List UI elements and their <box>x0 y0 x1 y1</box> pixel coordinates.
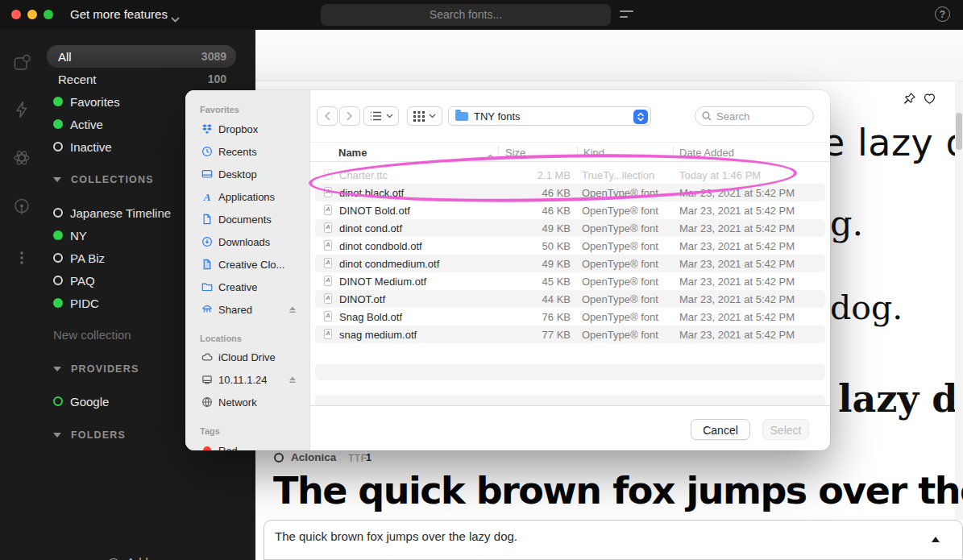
forward-button[interactable] <box>339 106 360 126</box>
help-icon[interactable]: ? <box>935 6 950 22</box>
sidebar-item-icon <box>201 351 213 363</box>
sidebar-item-label: Recents <box>218 146 257 158</box>
tag-item[interactable]: Red <box>185 439 310 450</box>
sidebar-list-item[interactable]: All 3089 <box>47 45 236 68</box>
add-button[interactable]: +Add <box>0 555 255 560</box>
finder-sidebar-item[interactable]: Creative <box>185 276 310 298</box>
grid-view-dropdown[interactable] <box>407 106 442 126</box>
status-dot <box>53 119 63 129</box>
font-file-icon <box>324 276 332 286</box>
sidebar-item-label: Favorites <box>70 95 120 109</box>
font-preview-fragment: g. <box>830 203 863 243</box>
font-activate-toggle[interactable] <box>274 453 284 463</box>
file-name: dinot condbold.otf <box>339 240 422 252</box>
new-collection-button[interactable]: New collection <box>53 328 131 342</box>
favorites-section-label: Favorites <box>200 105 239 114</box>
finder-sidebar-item[interactable]: Creative Clo... <box>185 253 310 276</box>
finder-sidebar-item[interactable]: A Applications <box>185 185 310 208</box>
sidebar-item-label: Creative <box>218 281 257 293</box>
finder-sidebar-item[interactable]: Network <box>185 391 310 413</box>
eject-icon[interactable] <box>288 375 297 384</box>
status-dot <box>53 396 63 406</box>
atom-icon[interactable] <box>11 147 32 168</box>
titlebar: Get more features Search fonts... ? <box>0 0 963 30</box>
disclosure-triangle-icon <box>53 367 61 371</box>
finder-sidebar-item[interactable]: 10.11.1.24 <box>185 368 310 391</box>
collapse-panel-icon[interactable] <box>932 537 940 542</box>
svg-text:A: A <box>202 191 210 202</box>
finder-sidebar-item[interactable]: iCloud Drive <box>185 346 310 368</box>
finder-sidebar-item[interactable]: Recents <box>185 140 310 163</box>
font-name-label[interactable]: Aclonica <box>291 451 336 463</box>
file-date-added: Mar 23, 2021 at 5:42 PM <box>679 222 795 234</box>
sample-text-input[interactable]: The quick brown fox jumps over the lazy … <box>264 520 963 560</box>
font-file-icon <box>324 205 332 215</box>
file-row[interactable]: Snag Bold.otf 76 KB OpenType® font Mar 2… <box>315 308 825 326</box>
back-button[interactable] <box>317 106 338 126</box>
scrollbar-thumb[interactable] <box>956 113 962 150</box>
finder-sidebar-item[interactable]: Documents <box>185 208 310 230</box>
finder-sidebar-item[interactable]: Desktop <box>185 163 310 185</box>
column-header-name[interactable]: Name <box>338 147 367 159</box>
file-row[interactable]: DINOT Bold.otf 46 KB OpenType® font Mar … <box>315 201 825 219</box>
file-size: 77 KB <box>436 329 571 341</box>
search-fonts-input[interactable]: Search fonts... <box>321 4 611 26</box>
sidebar-item-icon <box>201 236 213 248</box>
eject-icon[interactable] <box>288 305 297 314</box>
font-file-icon <box>324 329 332 339</box>
favorite-heart-icon[interactable] <box>923 92 936 109</box>
status-dot <box>53 276 63 285</box>
collection-label: Japanese Timeline <box>70 206 171 220</box>
zoom-window-button[interactable] <box>44 10 53 19</box>
sidebar-item-label: Documents <box>218 214 272 226</box>
sample-text-value: The quick brown fox jumps over the lazy … <box>275 529 517 543</box>
file-kind: OpenType® font <box>582 329 658 341</box>
sidebar-item-label: iCloud Drive <box>218 351 276 363</box>
sidebar-item-label: Recent <box>58 73 97 86</box>
sidebar-item-icon: A <box>201 191 213 203</box>
filter-icon[interactable] <box>620 10 633 20</box>
tags-group: Red <box>185 439 310 450</box>
finder-sidebar-item[interactable]: Dropbox <box>185 118 310 140</box>
status-dot <box>53 142 63 151</box>
status-dot <box>53 298 63 308</box>
sidebar-list-item[interactable]: Recent 100 <box>47 68 236 90</box>
minimize-window-button[interactable] <box>27 10 37 19</box>
finder-sidebar-item[interactable]: Shared <box>185 298 310 321</box>
sidebar-item-icon <box>201 123 213 135</box>
list-view-dropdown[interactable] <box>363 106 399 126</box>
lightning-icon[interactable] <box>11 99 32 120</box>
font-file-icon <box>324 293 332 304</box>
broadcast-icon[interactable] <box>11 197 32 218</box>
file-kind: OpenType® font <box>582 205 658 217</box>
finder-sidebar-item[interactable]: Downloads <box>185 230 310 253</box>
file-name: DINOT Medium.otf <box>339 276 426 288</box>
file-name: snag medium.otf <box>339 329 417 341</box>
sidebar-item-icon <box>201 214 213 226</box>
select-button[interactable]: Select <box>762 419 809 440</box>
sidebar-item-label: Shared <box>218 304 252 316</box>
file-name: DINOT Bold.otf <box>339 205 410 217</box>
sidebar-item-icon <box>201 281 213 293</box>
folder-select[interactable]: TNY fonts <box>448 106 651 126</box>
file-size: 45 KB <box>436 276 571 288</box>
sidebar-item-label: Downloads <box>218 236 270 248</box>
folder-icon <box>455 112 468 121</box>
sidebar-item-label: Inactive <box>70 140 112 154</box>
file-row[interactable]: dinot condmedium.otf 49 KB OpenType® fon… <box>315 255 825 272</box>
dialog-search-input[interactable]: Search <box>695 106 814 126</box>
close-window-button[interactable] <box>11 10 21 19</box>
pin-icon[interactable] <box>903 92 916 109</box>
more-options-icon[interactable] <box>11 247 32 268</box>
fonts-library-icon[interactable] <box>11 52 32 73</box>
font-preview-fragment: e lazy dog. <box>822 121 963 164</box>
cancel-button[interactable]: Cancel <box>691 419 750 440</box>
file-row[interactable]: dinot condbold.otf 50 KB OpenType® font … <box>315 237 825 255</box>
file-row[interactable]: DINOT Medium.otf 45 KB OpenType® font Ma… <box>315 272 825 290</box>
file-size: 76 KB <box>436 311 571 323</box>
get-more-features-menu[interactable]: Get more features <box>70 7 168 21</box>
file-row[interactable]: DINOT.otf 44 KB OpenType® font Mar 23, 2… <box>315 290 825 308</box>
file-row[interactable]: snag medium.otf 77 KB OpenType® font Mar… <box>315 326 825 343</box>
file-row[interactable]: dinot cond.otf 49 KB OpenType® font Mar … <box>315 219 825 237</box>
status-dot <box>53 97 63 106</box>
